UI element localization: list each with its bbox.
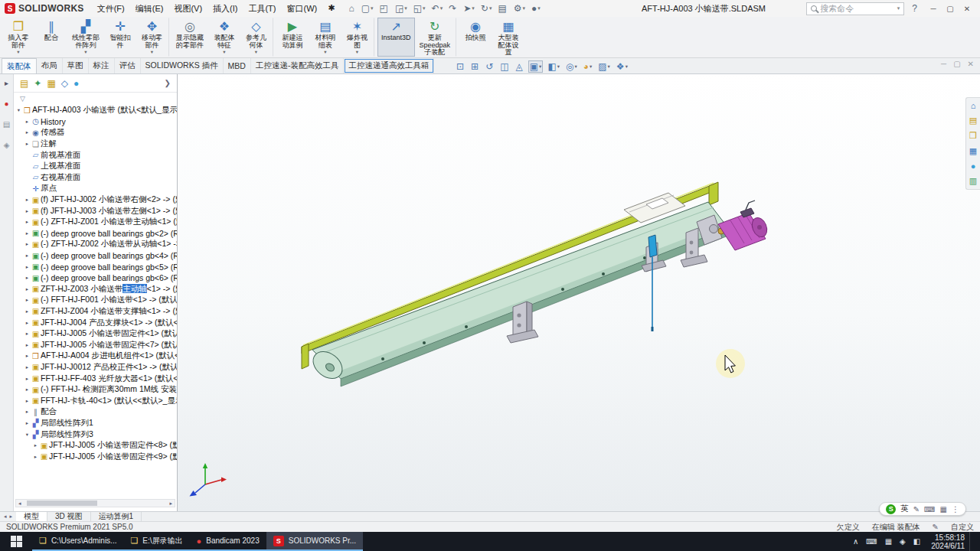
close-button[interactable]: ✕ [959,3,975,15]
tree-row[interactable]: ▸ ∥ 配合 [14,406,177,418]
command-search-input[interactable]: 搜索命令 ▾ [806,2,904,15]
tray-volume-icon[interactable]: ◈ [900,537,906,546]
previous-view-icon[interactable]: ↺ [484,60,495,73]
bill-of-materials-button[interactable]: ▤ 材料明 细表 ▾ [309,18,341,57]
xpress-products-icon[interactable]: ●▾ [529,3,543,14]
conveyor-model[interactable] [302,182,769,386]
tray-display-icon[interactable]: ▦ [885,537,892,546]
model-canvas[interactable] [178,74,980,511]
options-icon[interactable]: ⚙▾ [511,3,528,14]
expand-arrow-icon[interactable]: ▸ [24,129,31,135]
zoom-area-icon[interactable]: ⊞ [469,60,481,73]
resources-tab-icon[interactable]: ⌂ [971,101,976,110]
scrollbar-thumb[interactable] [27,500,97,506]
commandmanager-tab[interactable]: 工控速递-装配高效工具 [251,58,345,73]
sogou-logo-icon[interactable]: S [886,504,896,514]
taskbar-solidworks[interactable]: S SOLIDWORKS Pr... [266,532,363,551]
large-assembly-settings-button[interactable]: ▦ 大型装 配体设 置 ▾ [492,18,524,57]
ime-more-icon[interactable]: ⋮ [952,505,959,514]
tree-row[interactable]: ▸ ▣ FFT-HJ-FF-403 光纤放大器<1> (默认<<默认>_默 [14,373,177,384]
minimize-button[interactable]: ─ [925,3,942,15]
expand-arrow-icon[interactable]: ▸ [24,364,31,370]
propertymanager-tab[interactable]: ✦ [34,78,41,89]
expand-arrow-icon[interactable]: ▸ [24,253,31,259]
select-icon[interactable]: ➤▾ [461,3,477,14]
tree-row[interactable]: ▱ 右视基准面 [14,172,177,184]
commandmanager-tab[interactable]: 草图 [63,58,89,73]
commandmanager-tab[interactable]: 评估 [115,58,141,73]
help-icon[interactable]: ? [912,3,917,14]
rebuild-icon[interactable]: ↻▾ [479,3,495,14]
expand-arrow-icon[interactable]: ▸ [24,353,31,359]
menu-item[interactable]: 文件(F) [92,2,130,16]
linear-component-pattern-button[interactable]: ▞ 线性零部 件阵列 ▾ [68,18,103,57]
assembly-features-button[interactable]: ❖ 装配体 特征 ▾ [208,18,240,57]
expand-arrow-icon[interactable]: ▸ [24,320,31,326]
tree-row[interactable]: ▸ ▣ JFT-HJ-J005 小输送带固定件<7> (默认<<默认) [14,339,177,350]
tree-horizontal-scrollbar[interactable]: ◂ ▸ [15,499,175,507]
tree-row[interactable]: ▸ ▣ (-) deep groove ball bearings gb<6> … [14,272,177,284]
expand-arrow-icon[interactable]: ▸ [24,141,31,147]
insert-components-button[interactable]: ❒ 插入零 部件 ▾ [2,18,34,57]
move-component-button[interactable]: ✥ 移动零 部件 ▾ [137,18,169,57]
tree-row[interactable]: ▾ ▞ 局部线性阵列3 [14,429,177,440]
expand-arrow-icon[interactable]: ▸ [24,230,31,236]
doc-close-button[interactable]: ✕ [968,60,974,68]
graphics-area[interactable]: ⌂▤❒▦●▥ [178,74,980,511]
appearances-tab-icon[interactable]: ● [971,161,976,171]
dimxpert-tab[interactable]: ◇ [61,78,68,89]
section-view-icon[interactable]: ◫ [498,60,511,73]
expand-arrow-icon[interactable]: ▾ [24,432,31,438]
menu-item[interactable]: 视图(V) [168,2,207,16]
expand-arrow-icon[interactable]: ▸ [24,398,31,404]
view-palette-tab-icon[interactable]: ▦ [969,146,977,156]
menu-item[interactable]: 插入(I) [207,2,243,16]
new-document-icon[interactable]: ▢▾ [359,3,376,14]
expand-arrow-icon[interactable]: ▸ [24,331,31,337]
tab-scroll-right-icon[interactable]: ▸ [10,514,13,520]
tree-row[interactable]: ▸ ▣ ZFT-HJ-Z004 小输送带支撑轴<1> -> (默认<< [14,306,177,318]
tree-row[interactable]: ▸ ▣ JFT-HJ-J0012 产品校正件<1> -> (默认<<默认>_ [14,362,177,373]
expand-arrow-icon[interactable]: ▸ [24,119,31,125]
file-explorer-tab-icon[interactable]: ❒ [969,131,977,141]
expand-pane-icon[interactable]: ▸ [5,79,8,87]
tree-row[interactable]: ▱ 前视基准面 [14,149,177,161]
expand-arrow-icon[interactable]: ▸ [24,342,31,348]
tree-row[interactable]: ▸ ▣ JFT-HJ-J005 小输送带固定件<1> (默认<<默认) [14,328,177,340]
save-icon[interactable]: ◲▾ [393,3,410,14]
hide-show-items-icon[interactable]: ◎▾ [564,60,579,73]
take-snapshot-button[interactable]: ◉ 拍快照 [459,18,492,57]
expand-arrow-icon[interactable]: ▸ [24,197,31,203]
annotation-view-icon[interactable]: ◬ [514,60,525,73]
displaymanager-tab[interactable]: ● [74,78,79,89]
instant3d-button[interactable]: ↗ Instant3D [377,18,415,57]
expand-arrow-icon[interactable]: ▸ [32,442,39,448]
apply-scene-icon[interactable]: ▨▾ [596,60,612,73]
expand-arrow-icon[interactable]: ▸ [24,275,31,281]
design-library-tab-icon[interactable]: ▤ [969,116,977,126]
stepper-motor[interactable] [718,201,769,250]
reference-geometry-button[interactable]: ◇ 参考几 何体 ▾ [241,18,273,57]
home-icon[interactable]: ⌂ [346,3,357,14]
panel-tab-icon-2[interactable]: ◈ [4,141,10,149]
tree-row[interactable]: ▸ ▣ JFT-HJ-J004 产品支撑块<1> -> (默认<<默认>_ [14,317,177,328]
rail-right-tab[interactable] [709,182,718,205]
tray-network-icon[interactable]: ◧ [913,537,920,546]
tree-row[interactable]: ▸ ▣ (-) deep groove ball bearings gb<2> … [14,228,177,240]
tree-row[interactable]: ▸ ▣ JFT-HJ-J005 小输送带固定件<8> (默认<<默 [14,440,177,452]
tray-keyboard-icon[interactable]: ⌨ [866,537,877,546]
model-tab[interactable]: 3D 视图 [47,512,91,521]
scroll-left-icon[interactable]: ◂ [16,500,24,507]
file-properties-icon[interactable]: ▤ [495,3,509,14]
ime-mode-indicator[interactable]: 英 [900,504,909,514]
panel-tab-icon-1[interactable]: ▤ [3,120,10,129]
expand-arrow-icon[interactable]: ▸ [24,208,31,214]
expand-arrow-icon[interactable]: ▸ [24,219,31,225]
update-speedpak-button[interactable]: ↻ 更新 Speedpak 子装配 ▾ [416,18,457,57]
tree-row[interactable]: ▸ ◉ 传感器 [14,127,177,139]
doc-minimize-button[interactable]: ─ [941,60,946,68]
taskbar-clock[interactable]: 15:58:18 2024/6/11 [926,532,969,551]
taskbar-bandicam[interactable]: ● Bandicam 2023 [190,532,266,551]
tree-row[interactable]: ▸ ▣ (-) FFT-HJ-F001 小输送带<1> -> (默认<<默认) [14,295,177,306]
expand-arrow-icon[interactable]: ▸ [32,454,39,460]
